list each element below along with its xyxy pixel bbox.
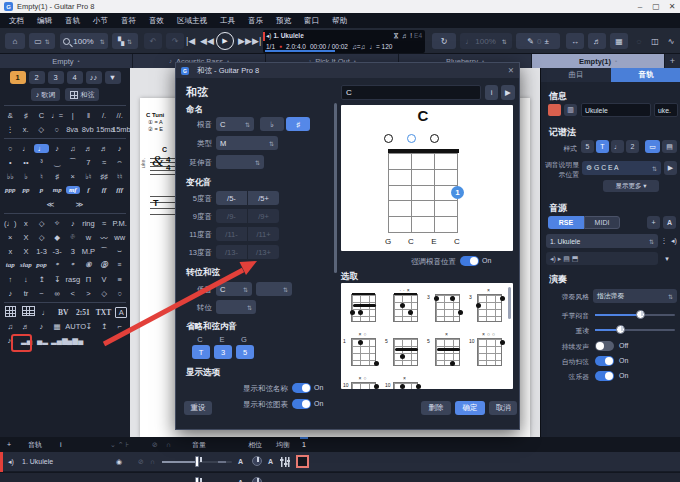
chord-variant[interactable]: ×○1: [349, 331, 376, 371]
alt9-plus-button[interactable]: /9+: [248, 209, 279, 223]
metronome-icon[interactable]: ♬: [402, 32, 409, 39]
ok-button[interactable]: 确定: [455, 401, 485, 415]
palette-icon[interactable]: ³: [34, 158, 49, 167]
menu-item[interactable]: 小节: [93, 16, 108, 26]
palette-icon[interactable]: ▂▄▆: [51, 336, 66, 345]
palette-icon[interactable]: Ⓑ: [97, 260, 112, 270]
palette-icon[interactable]: ♬: [97, 144, 112, 153]
chevron-down-icon[interactable]: ▾: [661, 252, 673, 265]
palette-icon[interactable]: ♪: [66, 219, 81, 228]
palette-icon[interactable]: ‖: [81, 111, 96, 120]
add-track-button[interactable]: +: [7, 441, 11, 448]
multivoice-icon[interactable]: ♪♪: [86, 71, 102, 84]
view-horizontal-button[interactable]: ▭: [645, 140, 660, 153]
tuning-play-button[interactable]: ▶: [664, 161, 677, 175]
palette-icon[interactable]: 7: [81, 158, 96, 167]
diagram-grid[interactable]: [388, 153, 458, 233]
view-mode-button[interactable]: ▭ ⇅: [29, 33, 55, 49]
pin-icon[interactable]: •: [615, 58, 617, 64]
menu-item[interactable]: 帮助: [332, 16, 347, 26]
speaker-icon[interactable]: ◂): [668, 234, 680, 248]
palette-icon[interactable]: V: [97, 275, 112, 284]
track-color-box[interactable]: [296, 455, 309, 468]
let-ring-toggle[interactable]: [595, 341, 614, 351]
track-color-swatch[interactable]: [548, 104, 561, 116]
palette-icon[interactable]: ♭: [19, 172, 34, 181]
palette-icon[interactable]: w: [81, 233, 96, 242]
signal-chain[interactable]: ◂) ▸ ▤ ⬒: [546, 252, 658, 265]
tab-song[interactable]: 曲目: [541, 68, 611, 82]
palette-icon[interactable]: ♯: [19, 111, 34, 120]
palette-icon[interactable]: ♭♭: [3, 172, 18, 181]
close-button[interactable]: ✕: [664, 0, 680, 13]
palette-icon[interactable]: tr: [19, 289, 34, 298]
palette-icon[interactable]: ff: [97, 186, 112, 194]
palette-icon[interactable]: ≡: [112, 261, 127, 269]
track-name-input[interactable]: Ukulele: [581, 103, 651, 117]
notation-standard-button[interactable]: 5: [581, 140, 594, 153]
palette-icon[interactable]: *: [50, 261, 65, 269]
volume-auto-button[interactable]: A: [238, 458, 243, 465]
palette-icon[interactable]: ⑥: [81, 261, 96, 269]
chord-variant[interactable]: 3: [433, 287, 460, 327]
palette-icon[interactable]: M.P: [81, 247, 96, 256]
sharp-button[interactable]: ♯: [286, 117, 310, 131]
pan-knob[interactable]: [252, 456, 262, 466]
type-select[interactable]: M⇅: [216, 136, 278, 150]
palette-icon[interactable]: ♩=: [50, 111, 65, 120]
palette-icon[interactable]: ○: [112, 289, 127, 298]
dialog-scrollbar[interactable]: [334, 103, 337, 273]
midi-button[interactable]: MIDI: [584, 216, 620, 229]
palette-icon[interactable]: ↑: [3, 275, 18, 284]
volume-slider[interactable]: [162, 461, 232, 463]
show-chord-name-toggle[interactable]: [292, 383, 311, 393]
accent-slider[interactable]: [595, 329, 675, 331]
doc-tab-empty[interactable]: Empty•: [0, 54, 133, 68]
palette-icon[interactable]: slap: [19, 261, 34, 269]
alt11-plus-button[interactable]: /11+: [248, 227, 279, 241]
palette-icon[interactable]: ×: [66, 172, 81, 181]
palette-icon[interactable]: //.: [112, 111, 127, 120]
extension-select[interactable]: ⇅: [216, 155, 264, 169]
palette-icon[interactable]: pp: [19, 186, 34, 194]
palette-icon[interactable]: ↧: [81, 322, 96, 331]
palette-icon[interactable]: ♪: [34, 322, 49, 331]
hourglass-icon[interactable]: ⋈: [392, 32, 400, 39]
chord-diagram-button[interactable]: [3, 306, 18, 319]
pan-auto-button[interactable]: A: [268, 458, 273, 465]
chord-variant[interactable]: 5: [391, 331, 418, 371]
omit-third-button[interactable]: 3: [214, 345, 232, 359]
voice-3-button[interactable]: 3: [48, 71, 64, 84]
palette-icon[interactable]: pop: [34, 261, 49, 269]
loop-button[interactable]: ↻: [432, 33, 456, 49]
chord-diagram-panel[interactable]: C 1 G C E C: [341, 105, 513, 251]
forward-button[interactable]: ▶▶: [238, 33, 252, 49]
palette-icon[interactable]: ◇: [34, 233, 49, 242]
doc-tab-empty1-active[interactable]: Empty(1)•: [532, 54, 665, 68]
notation-tab-button[interactable]: T: [596, 140, 609, 153]
palette-icon[interactable]: ♪: [3, 289, 18, 298]
palette-icon[interactable]: ∞: [50, 289, 65, 298]
chord-variant[interactable]: ×10: [391, 375, 418, 389]
flat-button[interactable]: ♭: [260, 117, 284, 131]
minimize-button[interactable]: –: [632, 0, 648, 13]
alt5-plus-button[interactable]: /5+: [248, 191, 279, 205]
palette-icon[interactable]: ♩: [34, 144, 49, 153]
go-last-button[interactable]: ▶|: [252, 33, 261, 49]
chord-variant[interactable]: [349, 287, 376, 327]
palette-icon[interactable]: ↥: [97, 322, 112, 331]
palette-icon[interactable]: ↧: [50, 275, 65, 284]
palette-icon[interactable]: AUTO: [65, 322, 80, 331]
palette-icon[interactable]: ~: [34, 289, 49, 298]
palette-icon[interactable]: ♪: [112, 144, 127, 153]
palette-icon[interactable]: >: [81, 289, 96, 298]
chord-variant[interactable]: ×○10: [349, 375, 376, 389]
palette-icon[interactable]: /.: [97, 111, 112, 120]
fretboard-icon[interactable]: ↔: [566, 33, 584, 49]
palette-icon[interactable]: X: [19, 247, 34, 256]
palette-icon[interactable]: X: [19, 233, 34, 242]
hairpin-icon[interactable]: ≪: [43, 200, 58, 209]
palette-icon[interactable]: ≡: [112, 275, 127, 284]
palette-icon[interactable]: fff: [112, 186, 127, 194]
text-button[interactable]: TXT: [95, 308, 113, 317]
